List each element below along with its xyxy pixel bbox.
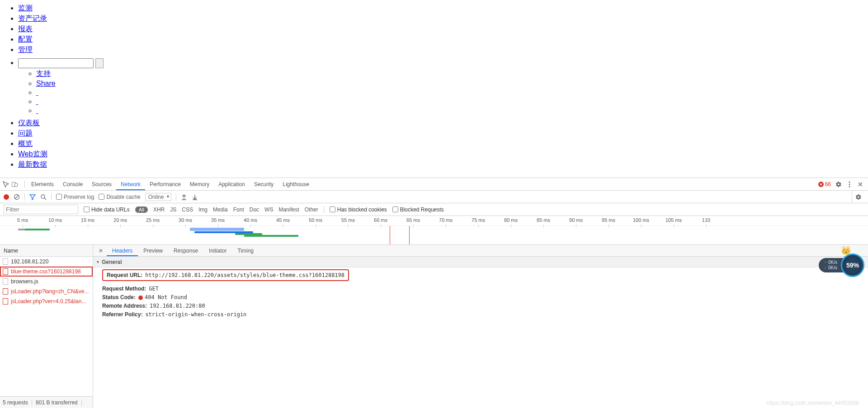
devtools-tab-elements[interactable]: Elements [27, 178, 58, 190]
footer-transferred: 801 B transferred [36, 399, 78, 406]
download-speed: 0K/s [828, 265, 837, 271]
timeline-tick: 65 ms [406, 217, 420, 223]
search-button[interactable] [95, 58, 104, 68]
page-scroll[interactable]: 监测 资产记录 报表 配置 管理 支持 Share 仪表板 [0, 0, 868, 178]
nav-item[interactable]: 报表 [18, 25, 33, 33]
timeline-body [0, 226, 868, 245]
nav-item-blank[interactable] [36, 89, 38, 96]
detail-tab-preview[interactable]: Preview [138, 245, 168, 256]
filter-input[interactable] [4, 205, 78, 214]
devtools-tab-security[interactable]: Security [250, 178, 278, 190]
devtools-tab-console[interactable]: Console [58, 178, 87, 190]
close-devtools-icon[interactable] [857, 181, 863, 188]
download-har-icon[interactable] [192, 194, 198, 200]
filter-type-all[interactable]: All [135, 206, 148, 213]
nav-item[interactable]: 概览 [18, 140, 33, 147]
throttling-select[interactable]: Online [145, 193, 172, 201]
nav-item[interactable]: Share [36, 80, 56, 87]
devtools-tabstrip: ElementsConsoleSourcesNetworkPerformance… [0, 178, 868, 191]
detail-tab-initiator[interactable]: Initiator [203, 245, 232, 256]
upload-har-icon[interactable] [181, 194, 187, 200]
error-count-badge[interactable]: 66 [818, 181, 831, 188]
error-count: 66 [825, 181, 831, 188]
filter-type-other[interactable]: Other [305, 206, 318, 213]
devtools-tab-network[interactable]: Network [116, 178, 145, 190]
devtools-tab-application[interactable]: Application [214, 178, 250, 190]
network-timeline[interactable]: 5 ms10 ms15 ms20 ms25 ms30 ms35 ms40 ms4… [0, 216, 868, 245]
close-detail-icon[interactable]: ✕ [95, 248, 107, 254]
has-blocked-cookies-checkbox[interactable]: Has blocked cookies [330, 206, 387, 213]
request-row[interactable]: 192.168.81.220 [0, 257, 93, 267]
nav-item[interactable]: 最新数据 [18, 160, 47, 168]
timeline-tick: 90 ms [569, 217, 583, 223]
filter-type-css[interactable]: CSS [182, 206, 193, 213]
nav-item[interactable]: 管理 [18, 46, 33, 53]
devtools-tab-performance[interactable]: Performance [145, 178, 185, 190]
crown-icon: 👑 [841, 245, 851, 255]
devtools-tab-memory[interactable]: Memory [185, 178, 214, 190]
filter-type-xhr[interactable]: XHR [153, 206, 165, 213]
inspect-icon[interactable] [3, 181, 9, 188]
preserve-log-checkbox[interactable]: Preserve log [56, 194, 94, 200]
filter-type-media[interactable]: Media [213, 206, 228, 213]
name-column-header[interactable]: Name [0, 245, 93, 257]
filter-type-img[interactable]: Img [198, 206, 208, 213]
timeline-tick: 25 ms [146, 217, 160, 223]
nav-item[interactable]: 监测 [18, 4, 33, 12]
nav-item-blank[interactable] [36, 107, 38, 114]
nav-item[interactable]: 仪表板 [18, 119, 40, 127]
timeline-tick: 75 ms [472, 217, 485, 223]
detail-tab-headers[interactable]: Headers [107, 245, 138, 256]
blocked-requests-checkbox[interactable]: Blocked Requests [392, 206, 444, 213]
search-input[interactable] [18, 58, 94, 68]
nav-item[interactable]: 资产记录 [18, 14, 47, 22]
search-icon[interactable] [40, 194, 47, 200]
filter-type-js[interactable]: JS [170, 206, 176, 213]
kebab-menu-icon[interactable] [846, 181, 853, 188]
nav-item-blank[interactable] [36, 98, 38, 105]
detail-tab-timing[interactable]: Timing [232, 245, 259, 256]
clear-icon[interactable] [14, 194, 20, 200]
network-speed-widget[interactable]: 👑 ↑0K/s ↓0K/s 59% [819, 253, 864, 277]
record-button[interactable] [4, 194, 9, 200]
general-section-header[interactable]: ▼ General [93, 257, 868, 267]
referrer-policy-key: Referrer Policy: [102, 311, 142, 318]
load-line [409, 226, 410, 245]
request-row[interactable]: jsLoader.php?ver=4.0.25&lan... [0, 296, 93, 306]
nav-item[interactable]: 支持 [36, 70, 51, 77]
network-settings-gear-icon[interactable] [852, 191, 864, 203]
request-name: blue-theme.css?1601288198 [11, 268, 81, 275]
filter-type-doc[interactable]: Doc [250, 206, 259, 213]
detail-tab-response[interactable]: Response [168, 245, 203, 256]
nav-item[interactable]: 配置 [18, 35, 33, 43]
top-nav-2: 仪表板 问题 概览 Web监测 最新数据 [0, 118, 868, 169]
nav-item[interactable]: 问题 [18, 129, 33, 137]
request-list-footer: 5 requests 801 B transferred [0, 396, 93, 408]
hide-data-urls-checkbox[interactable]: Hide data URLs [84, 206, 130, 213]
timeline-tick: 50 ms [309, 217, 322, 223]
nav-item[interactable]: Web监测 [18, 150, 47, 158]
devtools-tab-lighthouse[interactable]: Lighthouse [278, 178, 314, 190]
request-row[interactable]: browsers.js [0, 277, 93, 286]
svg-point-4 [849, 183, 850, 185]
request-url-value: http://192.168.81.220/assets/styles/blue… [145, 272, 344, 278]
request-row[interactable]: blue-theme.css?1601288198 [0, 267, 93, 277]
filter-type-manifest[interactable]: Manifest [278, 206, 299, 213]
disable-cache-checkbox[interactable]: Disable cache [99, 194, 140, 200]
request-row[interactable]: jsLoader.php?lang=zh_CN&ve... [0, 286, 93, 296]
timeline-bar [25, 229, 50, 230]
device-toggle-icon[interactable] [12, 181, 18, 188]
request-list: Name 192.168.81.220blue-theme.css?160128… [0, 245, 93, 408]
settings-gear-icon[interactable] [835, 181, 842, 188]
timeline-tick: 100 ms [633, 217, 649, 223]
filter-funnel-icon[interactable] [29, 194, 36, 200]
filter-type-ws[interactable]: WS [264, 206, 273, 213]
devtools-tab-sources[interactable]: Sources [87, 178, 116, 190]
remote-address-key: Remote Address: [102, 303, 147, 309]
filter-type-font[interactable]: Font [233, 206, 244, 213]
memory-percent-circle[interactable]: 59% [841, 253, 864, 277]
filter-type-list: XHRJSCSSImgMediaFontDocWSManifestOther [153, 206, 318, 213]
timeline-tick: 60 ms [374, 217, 387, 223]
sub-nav: 支持 Share [18, 69, 868, 115]
divider [51, 193, 52, 201]
